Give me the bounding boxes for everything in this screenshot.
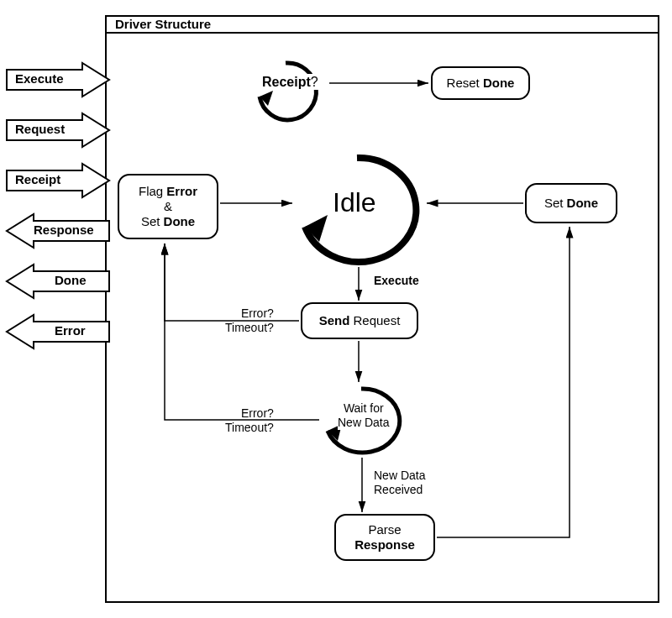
stage: Driver Structure Execute Request Receipt… xyxy=(0,0,672,618)
edge-parse-to-setdone xyxy=(0,0,672,618)
